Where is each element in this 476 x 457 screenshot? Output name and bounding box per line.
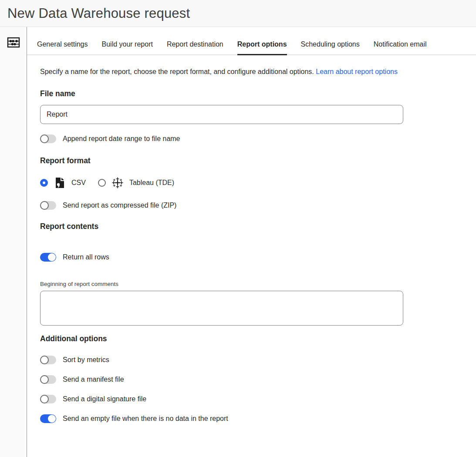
manifest-file-switch[interactable] bbox=[40, 375, 56, 384]
append-date-range-label: Append report date range to file name bbox=[63, 135, 180, 143]
empty-file-switch[interactable] bbox=[40, 414, 56, 423]
tab-report-destination[interactable]: Report destination bbox=[167, 40, 223, 55]
manifest-file-toggle-row[interactable]: Send a manifest file bbox=[40, 375, 476, 384]
comments-label: Beginning of report comments bbox=[40, 281, 476, 287]
tab-report-options[interactable]: Report options bbox=[237, 40, 287, 55]
tableau-icon bbox=[111, 177, 124, 189]
tableau-label: Tableau (TDE) bbox=[129, 179, 174, 187]
digital-signature-toggle-row[interactable]: Send a digital signature file bbox=[40, 395, 476, 403]
append-date-range-toggle-row[interactable]: Append report date range to file name bbox=[40, 134, 476, 143]
report-format-radio-group: CSV bbox=[40, 177, 476, 189]
tab-notification-email[interactable]: Notification email bbox=[374, 40, 427, 55]
file-name-heading: File name bbox=[40, 89, 476, 98]
intro-description: Specify a name for the report, choose th… bbox=[40, 68, 316, 75]
tab-bar: General settings Build your report Repor… bbox=[27, 27, 476, 55]
zip-label: Send report as compressed file (ZIP) bbox=[63, 202, 176, 209]
main-panel: General settings Build your report Repor… bbox=[27, 27, 476, 457]
format-option-csv[interactable]: CSV bbox=[40, 177, 86, 189]
tab-build-your-report[interactable]: Build your report bbox=[102, 40, 153, 55]
additional-options-heading: Additional options bbox=[40, 334, 476, 343]
sort-by-metrics-switch[interactable] bbox=[40, 356, 56, 364]
sort-by-metrics-toggle-row[interactable]: Sort by metrics bbox=[40, 356, 476, 364]
zip-switch[interactable] bbox=[40, 201, 56, 210]
append-date-range-switch[interactable] bbox=[40, 134, 56, 143]
tableau-radio[interactable] bbox=[98, 179, 106, 187]
return-all-rows-toggle-row[interactable]: Return all rows bbox=[40, 253, 476, 262]
format-option-tableau[interactable]: Tableau (TDE) bbox=[98, 177, 174, 189]
file-name-input[interactable] bbox=[40, 105, 403, 124]
comments-textarea[interactable] bbox=[40, 291, 403, 326]
data-warehouse-icon[interactable] bbox=[7, 35, 20, 49]
csv-label: CSV bbox=[71, 179, 86, 187]
main-layout: General settings Build your report Repor… bbox=[0, 27, 476, 457]
manifest-file-label: Send a manifest file bbox=[63, 376, 124, 383]
return-all-rows-label: Return all rows bbox=[63, 253, 109, 261]
page-title: New Data Warehouse request bbox=[7, 6, 190, 21]
title-bar: New Data Warehouse request bbox=[0, 0, 476, 27]
empty-file-toggle-row[interactable]: Send an empty file when there is no data… bbox=[40, 414, 476, 423]
left-rail bbox=[0, 27, 27, 457]
empty-file-label: Send an empty file when there is no data… bbox=[63, 415, 228, 423]
return-all-rows-switch[interactable] bbox=[40, 253, 56, 262]
report-contents-heading: Report contents bbox=[40, 222, 476, 231]
zip-toggle-row[interactable]: Send report as compressed file (ZIP) bbox=[40, 201, 476, 210]
tab-scheduling-options[interactable]: Scheduling options bbox=[301, 40, 360, 55]
digital-signature-switch[interactable] bbox=[40, 395, 56, 403]
report-format-heading: Report format bbox=[40, 156, 476, 165]
csv-file-icon bbox=[54, 177, 66, 189]
report-options-form: Specify a name for the report, choose th… bbox=[27, 55, 476, 423]
csv-radio[interactable] bbox=[40, 179, 48, 187]
intro-text: Specify a name for the report, choose th… bbox=[40, 65, 398, 78]
digital-signature-label: Send a digital signature file bbox=[63, 395, 146, 403]
learn-about-link[interactable]: Learn about report options bbox=[316, 68, 398, 75]
sort-by-metrics-label: Sort by metrics bbox=[63, 356, 109, 364]
tab-general-settings[interactable]: General settings bbox=[37, 40, 88, 55]
